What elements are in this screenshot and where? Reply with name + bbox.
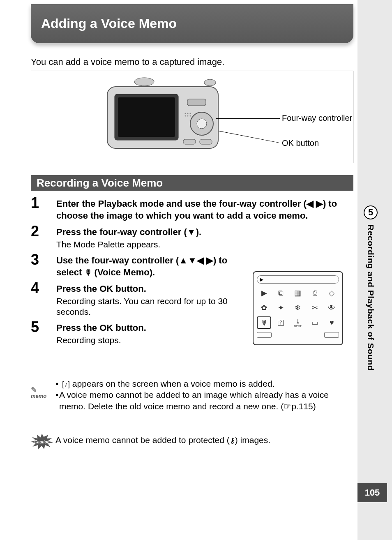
leader-line [218,131,279,143]
page-title: Adding a Voice Memo [41,16,177,31]
caution-note: Caution A voice memo cannot be added to … [31,434,353,450]
play-icon: ▶ [260,277,263,282]
svg-point-14 [187,115,189,117]
mode-palette: ▶ ▶ ⧉ ▦ ⎙ ◇ ✿ ✦ ❄ ✂ 👁 🎙 ⚿ ⤓DPOF ▭ ♥ [253,271,343,345]
palette-icon: ⤓DPOF [291,316,305,329]
diagram-label-ok: OK button [282,138,319,148]
palette-icon: ✦ [274,302,288,314]
step-text: Enter the Playback mode and use the four… [56,198,353,222]
memo-bullet: • A voice memo cannot be added to an ima… [55,389,353,412]
svg-point-9 [204,79,216,86]
intro-text: You can add a voice memo to a captured i… [31,57,224,67]
palette-icon: ⧉ [274,287,288,299]
section-heading-bar: Recording a Voice Memo [31,175,353,191]
palette-icon-selected: 🎙 [257,316,271,329]
palette-icon: ✿ [257,302,271,314]
svg-point-8 [134,78,154,86]
palette-icon: ⚿ [274,316,288,329]
palette-icon: 👁 [325,302,339,314]
leader-line [216,118,280,119]
caution-icon: Caution [31,434,55,450]
svg-rect-5 [187,99,206,106]
step-text: Press the four-way controller (▼). [56,226,353,238]
svg-rect-2 [118,97,175,137]
step-number: 5 [31,320,56,335]
step-2: 2 Press the four-way controller (▼). The… [31,224,353,250]
svg-rect-7 [200,139,212,144]
palette-footer-button [324,332,339,338]
palette-icon: ✂ [308,302,322,314]
chapter-number: 5 [364,205,378,219]
palette-icon: ◇ [325,287,339,299]
memo-icon: memo [31,378,55,412]
sound-indicator-icon: [♪] [62,380,70,388]
svg-point-15 [190,115,191,117]
diagram-label-fourway: Four-way controller [282,113,352,123]
svg-point-13 [185,115,186,117]
memo-bullet: • [♪] appears on the screen when a voice… [55,378,353,389]
memo-note: memo • [♪] appears on the screen when a … [31,378,353,412]
palette-icon: ▦ [291,287,305,299]
palette-icon: ♥ [325,316,339,329]
svg-rect-6 [183,139,196,144]
camera-illustration [103,74,226,157]
caution-text: A voice memo cannot be added to protecte… [55,434,353,445]
svg-point-10 [185,113,186,114]
step-text: Press the OK button. [56,283,237,295]
palette-icon: ⎙ [308,287,322,299]
svg-point-4 [197,119,207,129]
palette-icon: ❄ [291,302,305,314]
palette-icon: ▭ [308,316,322,329]
camera-diagram: Four-way controller OK button [31,71,353,163]
crossref-icon: ☞ [284,402,291,411]
page-title-bar: Adding a Voice Memo [31,4,353,43]
svg-point-12 [190,113,191,114]
voice-memo-icon: 🎙 [85,268,92,277]
step-text: Use the four-way controller (▲▼◀ ▶) to s… [56,255,237,278]
step-subtext: Recording starts. You can record for up … [56,296,237,318]
protect-key-icon: ⚷ [230,436,235,445]
page-number: 105 [357,483,387,502]
palette-footer-button [257,332,272,338]
step-number: 2 [31,224,56,239]
chapter-tab: 5 Recording and Playback of Sound [362,205,379,371]
step-number: 1 [31,196,56,210]
svg-point-11 [187,113,189,114]
section-heading: Recording a Voice Memo [37,177,163,189]
chapter-label: Recording and Playback of Sound [366,224,376,371]
palette-icon: ▶ [257,287,271,299]
palette-header: ▶ [257,275,339,284]
step-subtext: The Mode Palette appears. [56,239,353,250]
step-number: 4 [31,281,56,295]
step-number: 3 [31,252,56,267]
step-1: 1 Enter the Playback mode and use the fo… [31,196,353,222]
